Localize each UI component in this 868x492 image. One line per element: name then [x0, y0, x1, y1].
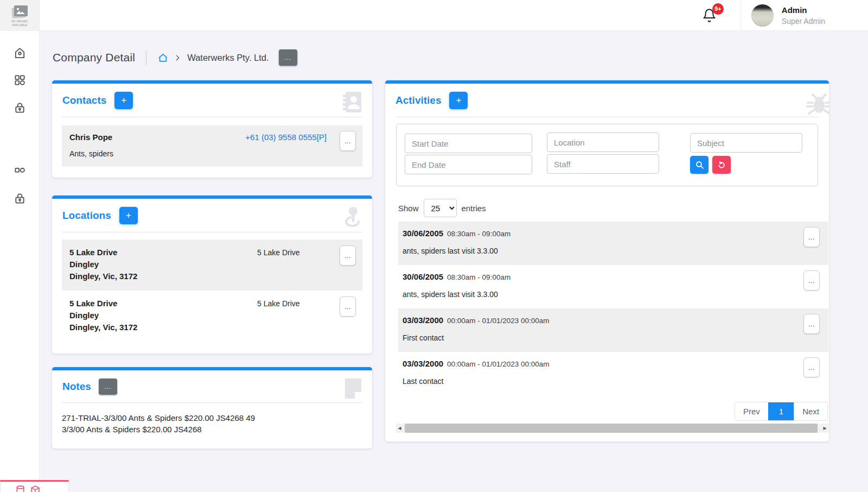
- show-label: Show: [398, 204, 419, 213]
- page-head: Company Detail Waterwerks Pty. Ltd. ...: [52, 49, 829, 66]
- activity-menu-button[interactable]: ...: [803, 227, 820, 247]
- search-icon: [695, 160, 704, 169]
- topbar: 9+ Admin Super Admin: [40, 0, 868, 31]
- activity-date: 30/06/2005: [403, 272, 443, 281]
- scroll-left-arrow[interactable]: ◀: [396, 424, 403, 433]
- add-contact-button[interactable]: +: [114, 92, 133, 109]
- reset-button[interactable]: [712, 156, 731, 174]
- logo-caption: NO IMAGES AVAILABLE: [8, 20, 31, 27]
- user-role: Super Admin: [782, 17, 825, 26]
- notes-body: 271-TRIAL-3/3/00 Ants & Spiders $220.00 …: [52, 403, 372, 449]
- contact-phone-link[interactable]: +61 (03) 9558 0555[P]: [245, 133, 327, 142]
- location-line3: Dingley, Vic, 3172: [69, 321, 257, 333]
- scrollbar-thumb[interactable]: [405, 424, 818, 433]
- main-area: 9+ Admin Super Admin Company Detail: [40, 0, 868, 492]
- sidebar-item-partial[interactable]: [14, 168, 26, 175]
- subject-input[interactable]: [690, 133, 802, 153]
- location-line2: Dingley: [69, 258, 257, 270]
- activity-menu-button[interactable]: ...: [803, 270, 820, 291]
- app-logo[interactable]: NO IMAGES AVAILABLE: [0, 0, 39, 31]
- lock-icon: [14, 192, 26, 205]
- breadcrumb-home[interactable]: [158, 53, 168, 63]
- avatar[interactable]: [751, 4, 774, 27]
- note-line: 271-TRIAL-3/3/00 Ants & Spiders $220.00 …: [62, 412, 362, 424]
- scroll-right-arrow[interactable]: ▶: [821, 424, 828, 433]
- user-block[interactable]: Admin Super Admin: [782, 5, 825, 26]
- home-icon: [158, 53, 168, 63]
- lock-icon: [14, 102, 26, 114]
- locations-title: Locations: [62, 210, 111, 222]
- activity-subject: Last contact: [403, 377, 823, 386]
- location-line3: Dingley, Vic, 3172: [69, 270, 257, 282]
- activity-time: 00:00am - 01/01/2023 00:00am: [447, 317, 549, 325]
- sidebar: NO IMAGES AVAILABLE: [0, 0, 40, 492]
- note-line: 3/3/00 Ants & Spiders $220.00 JS4268: [62, 424, 362, 435]
- bottom-toast[interactable]: [0, 480, 69, 492]
- content: Company Detail Waterwerks Pty. Ltd. ...: [40, 31, 868, 492]
- activity-time: 08:30am - 09:00am: [447, 230, 510, 238]
- pagination-row: Prev 1 Next: [386, 402, 828, 421]
- sidebar-item-locked-2[interactable]: [14, 192, 26, 205]
- activity-time: 08:30am - 09:00am: [447, 273, 510, 281]
- activity-row: 03/03/200000:00am - 01/01/2023 00:00am L…: [398, 352, 828, 395]
- contact-description: Ants, spiders: [69, 149, 355, 158]
- sidebar-item-locked-1[interactable]: [14, 102, 26, 114]
- location-menu-button[interactable]: ...: [340, 245, 356, 266]
- location-row: 5 Lake Drive Dingley Dingley, Vic, 3172 …: [62, 239, 362, 291]
- location-menu-button[interactable]: ...: [340, 297, 356, 317]
- sidebar-item-dashboard[interactable]: [14, 74, 26, 86]
- contact-menu-button[interactable]: ...: [340, 131, 356, 151]
- bug-icon: [805, 91, 829, 119]
- activity-row: 30/06/200508:30am - 09:00am ants, spider…: [398, 265, 828, 308]
- notes-title: Notes: [62, 381, 91, 393]
- activity-menu-button[interactable]: ...: [803, 357, 820, 377]
- scrollbar-track[interactable]: [403, 424, 821, 433]
- next-page-button[interactable]: Next: [794, 402, 827, 420]
- horizontal-scrollbar[interactable]: ◀ ▶: [396, 424, 828, 433]
- activities-header: Activities +: [395, 84, 819, 117]
- contact-book-icon: [341, 91, 363, 116]
- end-date-input[interactable]: [405, 155, 532, 174]
- pagination: Prev 1 Next: [735, 402, 828, 421]
- cube-icon: [30, 485, 41, 492]
- contacts-header: Contacts +: [62, 84, 362, 117]
- activities-title: Activities: [395, 94, 441, 106]
- activities-card: Activities +: [385, 80, 829, 441]
- app-root: NO IMAGES AVAILABLE: [0, 0, 868, 492]
- prev-page-button[interactable]: Prev: [735, 402, 768, 420]
- home-icon: [14, 47, 26, 59]
- activity-date: 03/03/2000: [403, 359, 443, 368]
- right-column: Activities +: [385, 80, 829, 441]
- dashboard-grid-icon: [14, 74, 26, 86]
- locations-body: 5 Lake Drive Dingley Dingley, Vic, 3172 …: [52, 232, 372, 354]
- add-activity-button[interactable]: +: [449, 92, 468, 109]
- contact-row: Chris Pope +61 (03) 9558 0555[P] ... Ant…: [62, 125, 362, 167]
- activity-row: 30/06/200508:30am - 09:00am ants, spider…: [398, 222, 828, 265]
- activity-subject: First contact: [403, 333, 823, 342]
- activity-menu-button[interactable]: ...: [803, 314, 820, 334]
- company-menu-button[interactable]: ...: [279, 49, 297, 66]
- sidebar-item-home[interactable]: [14, 47, 26, 59]
- notifications-button[interactable]: 9+: [702, 8, 717, 23]
- staff-input[interactable]: [547, 154, 659, 174]
- search-button[interactable]: [690, 156, 709, 174]
- start-date-input[interactable]: [405, 134, 532, 153]
- notes-menu-button[interactable]: ...: [99, 379, 117, 395]
- page-size-select[interactable]: 25: [424, 199, 457, 217]
- clipped-grid-icon: [14, 168, 26, 174]
- add-location-button[interactable]: +: [119, 207, 138, 224]
- location-line1: 5 Lake Drive: [69, 247, 257, 258]
- show-entries-row: Show 25 entries: [398, 199, 818, 217]
- location-line1: 5 Lake Drive: [69, 298, 257, 310]
- location-input[interactable]: [547, 133, 659, 152]
- breadcrumb-company[interactable]: Waterwerks Pty. Ltd.: [187, 53, 269, 63]
- notes-card: Notes ... 271-TRIAL-3/3/00 Ants & Spider…: [52, 367, 372, 449]
- activity-subject: ants, spiders last visit 3.3.00: [403, 290, 823, 299]
- activity-subject: ants, spiders last visit 3.3.00: [403, 247, 823, 255]
- topbar-divider: [741, 0, 741, 31]
- activity-date: 03/03/2000: [403, 316, 443, 325]
- page-1-button[interactable]: 1: [768, 402, 794, 420]
- map-pin-icon: [342, 206, 363, 232]
- contacts-card: Contacts +: [52, 80, 372, 178]
- notification-badge: 9+: [712, 3, 724, 15]
